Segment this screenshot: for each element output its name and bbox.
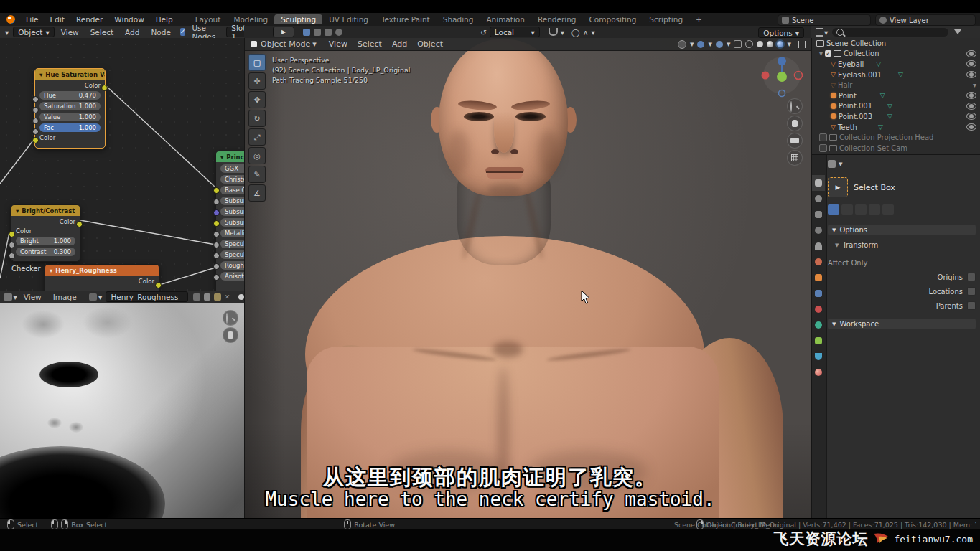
- outliner-row-collection[interactable]: ▾ ✓ Collection: [812, 49, 980, 60]
- shader-menu-view[interactable]: View: [56, 28, 84, 37]
- tab-shading[interactable]: Shading: [437, 14, 480, 24]
- distribution-dropdown[interactable]: GGX: [220, 164, 244, 173]
- active-tool-thumbnail[interactable]: ▶: [828, 177, 848, 197]
- pivot-point-icon[interactable]: [678, 40, 686, 49]
- viewport-pan-button[interactable]: [787, 116, 803, 131]
- select-mode-intersect[interactable]: [882, 204, 894, 215]
- tool-move[interactable]: ✥: [248, 91, 266, 108]
- image-editor-canvas[interactable]: [0, 303, 244, 518]
- subsurface-row[interactable]: Subsurf: [220, 197, 244, 205]
- viewport-ortho-button[interactable]: [787, 150, 803, 166]
- roughness-row[interactable]: Roughne: [220, 261, 244, 270]
- tab-material[interactable]: [812, 364, 825, 380]
- brush-display-icon-3[interactable]: [325, 29, 332, 36]
- shading-rendered-icon[interactable]: [777, 41, 783, 47]
- shader-menu-select[interactable]: Select: [85, 28, 118, 37]
- tool-annotate[interactable]: ✎: [248, 166, 266, 183]
- snapping-icon[interactable]: [697, 41, 704, 48]
- eye-icon[interactable]: [966, 50, 976, 57]
- viewport-camera-button[interactable]: [787, 133, 803, 149]
- tab-object[interactable]: [812, 270, 825, 286]
- outliner-row-teeth[interactable]: ▽ Teeth ▽: [812, 122, 980, 133]
- outliner-row-point-001[interactable]: Point.001 ▽: [812, 101, 980, 112]
- saturation-slider[interactable]: Saturation1.000: [39, 102, 101, 110]
- node-principled-bsdf[interactable]: ▾ Princip GGX Christens Base Col Subsurf…: [215, 151, 244, 291]
- outliner-row-eyelash[interactable]: ▽ Eyelash.001 ▽: [812, 70, 980, 80]
- node-header[interactable]: ▾ Henry_Roughness: [45, 265, 159, 276]
- tab-physics[interactable]: [812, 317, 825, 333]
- node-header[interactable]: ▾ Hue Saturation Value: [35, 69, 105, 80]
- mode-dropdown[interactable]: Object Mode ▾: [261, 39, 317, 49]
- subsurface-color-row[interactable]: Subsurf: [220, 218, 244, 227]
- tab-modifiers[interactable]: [812, 286, 825, 301]
- tool-scale[interactable]: ⤢: [248, 128, 266, 146]
- color-input-socket[interactable]: [9, 231, 15, 237]
- options-section-header[interactable]: ▼ Options: [828, 225, 976, 235]
- outliner-row-eyeball[interactable]: ▽ Eyeball ▽: [812, 59, 980, 70]
- chevron-down-icon[interactable]: ▾: [561, 28, 564, 37]
- subsurface-socket[interactable]: [213, 199, 220, 205]
- tab-render[interactable]: [812, 191, 825, 207]
- contrast-socket[interactable]: [9, 253, 15, 259]
- menu-render[interactable]: Render: [70, 15, 108, 24]
- fac-slider[interactable]: Fac1.000: [39, 123, 101, 132]
- collapse-icon[interactable]: ▾: [50, 267, 52, 274]
- transform-subsection[interactable]: ▼ Transform: [835, 241, 976, 249]
- outliner-row-collection-projection-head[interactable]: Collection Projection Head: [812, 132, 980, 143]
- brush-display-icon-2[interactable]: [314, 29, 321, 36]
- properties-context-path[interactable]: ▾: [828, 159, 976, 169]
- overlays-icon[interactable]: [716, 41, 723, 48]
- collapse-icon[interactable]: ▾: [16, 207, 19, 215]
- chevron-down-icon[interactable]: ▾: [592, 28, 595, 37]
- subsurface-radius-socket[interactable]: [213, 209, 220, 216]
- output-socket[interactable]: [155, 282, 162, 288]
- node-hue-saturation-value[interactable]: ▾ Hue Saturation Value Color Hue0.470 Sa…: [34, 68, 106, 149]
- tab-constraints[interactable]: [812, 333, 825, 349]
- active-tool-icon-button[interactable]: ▶: [273, 27, 294, 37]
- disclosure-icon[interactable]: ▾: [819, 50, 823, 57]
- tool-transform[interactable]: ◎: [248, 147, 266, 164]
- image-name-field[interactable]: Henry_Roughness: [106, 291, 188, 302]
- zoom-gizmo-button[interactable]: [223, 310, 238, 326]
- origins-checkbox[interactable]: [967, 273, 976, 281]
- scene-selector[interactable]: Scene: [778, 14, 871, 26]
- tab-animation[interactable]: Animation: [480, 14, 531, 24]
- tool-rotate[interactable]: ↻: [248, 110, 266, 127]
- node-image-texture[interactable]: ▾ Henry_Roughness Color: [45, 264, 159, 291]
- viewport-menu-add[interactable]: Add: [387, 39, 412, 49]
- tab-particles[interactable]: [812, 301, 825, 317]
- tool-measure[interactable]: ∡: [248, 184, 266, 202]
- tab-texture-paint[interactable]: Texture Paint: [375, 14, 437, 24]
- select-mode-subtract[interactable]: [855, 204, 867, 215]
- use-nodes-checkbox[interactable]: ✓: [180, 28, 186, 36]
- menu-edit[interactable]: Edit: [45, 15, 70, 24]
- menu-help[interactable]: Help: [150, 15, 179, 24]
- chevron-down-icon[interactable]: ▾: [787, 39, 791, 49]
- shader-menu-add[interactable]: Add: [120, 28, 144, 37]
- viewport-3d[interactable]: Object Mode ▾ View Select Add Object ▾ ▾…: [244, 38, 812, 518]
- collection-checkbox[interactable]: ✓: [825, 50, 831, 57]
- tab-scene[interactable]: [812, 238, 825, 254]
- node-header[interactable]: ▾ Bright/Contrast: [11, 205, 80, 216]
- bright-socket[interactable]: [9, 242, 15, 248]
- menu-window[interactable]: Window: [108, 15, 149, 24]
- select-mode-extend[interactable]: [841, 204, 853, 215]
- pause-icon[interactable]: [798, 41, 806, 48]
- eye-icon[interactable]: [966, 103, 976, 110]
- outliner-row-point-003[interactable]: Point.003 ▽: [812, 111, 980, 122]
- subsurface-color-socket[interactable]: [213, 220, 220, 227]
- image-menu-image[interactable]: Image: [48, 293, 82, 301]
- workspace-section-header[interactable]: ▼ Workspace: [828, 319, 976, 329]
- roughness-socket[interactable]: [213, 263, 220, 270]
- hue-slider[interactable]: Hue0.470: [39, 91, 101, 100]
- unlink-image-icon[interactable]: ✕: [225, 293, 230, 301]
- options-dropdown[interactable]: Options ▾: [758, 27, 804, 38]
- subsurface-method-dropdown[interactable]: Christens: [220, 175, 244, 184]
- specular-row[interactable]: Specular: [220, 240, 244, 248]
- saturation-socket[interactable]: [32, 107, 39, 113]
- metallic-row[interactable]: Metallic: [220, 229, 244, 237]
- shader-menu-node[interactable]: Node: [146, 28, 175, 37]
- color-input-socket[interactable]: [32, 137, 39, 143]
- tab-view-layer[interactable]: [812, 222, 825, 238]
- outliner-row-point[interactable]: Point ▽: [812, 90, 980, 101]
